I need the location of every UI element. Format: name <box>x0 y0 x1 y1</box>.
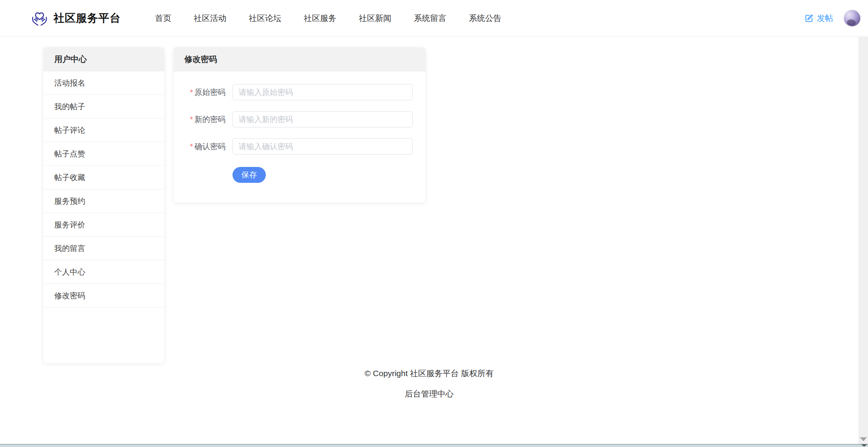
sidebar-item-personal-center[interactable]: 个人中心 <box>43 260 164 284</box>
sidebar-menu: 活动报名 我的帖子 帖子评论 帖子点赞 帖子收藏 服务预约 服务评价 我的留言 … <box>43 71 164 308</box>
brand-home-link[interactable]: 社区服务平台 <box>30 0 121 36</box>
sidebar-item-service-reviews[interactable]: 服务评价 <box>43 213 164 237</box>
sidebar-item-activity-signup[interactable]: 活动报名 <box>43 71 164 95</box>
form-actions: 保存 <box>232 167 425 183</box>
nav-item-community-services[interactable]: 社区服务 <box>304 13 336 24</box>
new-password-label: *新的密码 <box>174 114 226 125</box>
form-row-confirm-password: *确认密码 <box>174 138 425 155</box>
sidebar-item-post-favorites[interactable]: 帖子收藏 <box>43 166 164 189</box>
save-button[interactable]: 保存 <box>232 167 266 183</box>
user-avatar[interactable] <box>843 9 861 27</box>
post-link-label: 发帖 <box>817 13 833 24</box>
nav-item-community-news[interactable]: 社区新闻 <box>359 13 391 24</box>
top-navbar: 社区服务平台 首页 社区活动 社区论坛 社区服务 社区新闻 系统留言 系统公告 … <box>0 0 868 36</box>
change-password-form: *原始密码 *新的密码 *确认密码 保存 <box>174 71 425 183</box>
new-password-label-text: 新的密码 <box>195 115 226 124</box>
nav-item-system-announcements[interactable]: 系统公告 <box>469 13 501 24</box>
admin-center-link[interactable]: 后台管理中心 <box>0 389 858 399</box>
horizontal-scrollbar[interactable] <box>0 444 868 447</box>
sidebar-item-my-posts[interactable]: 我的帖子 <box>43 95 164 119</box>
post-link[interactable]: 发帖 <box>804 13 833 24</box>
sidebar-title: 用户中心 <box>43 47 164 71</box>
form-row-original-password: *原始密码 <box>174 84 425 100</box>
sidebar-item-change-password[interactable]: 修改密码 <box>43 284 164 308</box>
nav-item-system-messages[interactable]: 系统留言 <box>414 13 446 24</box>
sidebar-item-post-likes[interactable]: 帖子点赞 <box>43 142 164 166</box>
main-nav: 首页 社区活动 社区论坛 社区服务 社区新闻 系统留言 系统公告 <box>155 0 501 36</box>
nav-item-home[interactable]: 首页 <box>155 13 171 24</box>
original-password-input[interactable] <box>232 84 413 100</box>
nav-item-community-activities[interactable]: 社区活动 <box>194 13 226 24</box>
sidebar-item-post-comments[interactable]: 帖子评论 <box>43 119 164 142</box>
form-row-new-password: *新的密码 <box>174 111 425 127</box>
change-password-panel: 修改密码 *原始密码 *新的密码 *确认密码 <box>174 47 425 203</box>
nav-item-community-forum[interactable]: 社区论坛 <box>249 13 281 24</box>
scrollbar-corner-icon <box>861 444 867 447</box>
sidebar-item-my-messages[interactable]: 我的留言 <box>43 237 164 260</box>
page-footer: © Copyright 社区服务平台 版权所有 后台管理中心 <box>0 368 858 399</box>
confirm-password-input[interactable] <box>232 138 413 155</box>
original-password-label: *原始密码 <box>174 87 226 98</box>
required-asterisk: * <box>190 88 193 96</box>
confirm-password-label: *确认密码 <box>174 141 226 152</box>
confirm-password-label-text: 确认密码 <box>195 142 226 151</box>
edit-square-icon <box>804 14 814 23</box>
brand-title: 社区服务平台 <box>53 11 121 26</box>
required-asterisk: * <box>190 142 193 151</box>
sidebar-item-service-booking[interactable]: 服务预约 <box>43 189 164 213</box>
copyright-text: © Copyright 社区服务平台 版权所有 <box>0 368 858 379</box>
scroll-down-arrow-icon[interactable] <box>860 437 867 441</box>
required-asterisk: * <box>190 115 193 124</box>
user-center-panel: 用户中心 活动报名 我的帖子 帖子评论 帖子点赞 帖子收藏 服务预约 服务评价 … <box>43 47 164 363</box>
original-password-label-text: 原始密码 <box>195 88 226 96</box>
form-title: 修改密码 <box>174 47 425 71</box>
vertical-scrollbar[interactable] <box>858 37 868 444</box>
page: 社区服务平台 首页 社区活动 社区论坛 社区服务 社区新闻 系统留言 系统公告 … <box>0 0 868 447</box>
logo-heart-hands-icon <box>30 9 49 28</box>
new-password-input[interactable] <box>232 111 413 127</box>
header-right: 发帖 <box>804 0 861 36</box>
